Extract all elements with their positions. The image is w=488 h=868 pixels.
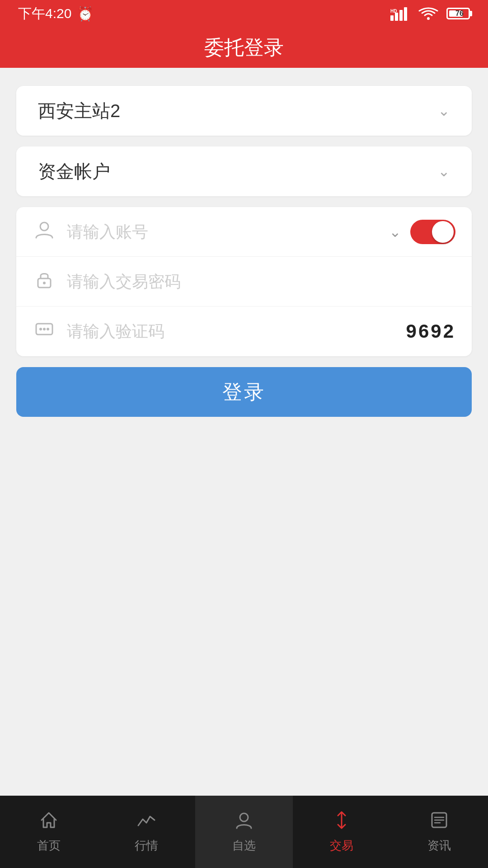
market-icon [136,810,156,833]
battery-icon: 76 [446,8,470,19]
server-select-value: 西安主站2 [38,99,120,123]
svg-point-12 [47,328,49,330]
svg-point-11 [43,328,46,330]
password-row [16,257,472,307]
nav-home[interactable]: 首页 [0,796,98,868]
watchlist-icon [234,810,254,833]
alarm-icon: ⏰ [77,6,94,22]
nav-watchlist[interactable]: 自选 [195,796,293,868]
nav-home-label: 首页 [37,838,61,854]
home-icon [39,810,59,833]
captcha-input[interactable] [67,322,395,341]
account-row: ⌄ [16,207,472,257]
status-bar: 下午4:20 ⏰ HD 76 [0,0,488,27]
svg-point-8 [43,282,46,284]
server-select-chevron: ⌄ [438,102,450,119]
nav-market-label: 行情 [135,838,158,854]
signal-icon: HD [390,6,410,21]
nav-news-label: 资讯 [427,838,451,854]
nav-news[interactable]: 资讯 [390,796,488,868]
svg-point-5 [427,17,430,20]
bottom-navigation: 首页 行情 自选 交易 [0,796,488,868]
captcha-code[interactable]: 9692 [406,321,455,342]
account-type-select[interactable]: 资金帐户 ⌄ [16,146,472,196]
account-type-value: 资金帐户 [38,159,110,184]
lock-icon [33,269,56,294]
user-icon [33,220,56,244]
nav-watchlist-label: 自选 [232,838,256,854]
svg-rect-4 [404,7,407,21]
wifi-icon [418,6,438,21]
svg-rect-3 [399,10,403,21]
server-select[interactable]: 西安主站2 ⌄ [16,86,472,136]
account-dropdown-icon[interactable]: ⌄ [389,223,401,241]
toggle-knob [432,221,454,243]
remember-toggle[interactable] [410,220,455,244]
page-title: 委托登录 [204,34,284,61]
nav-trade-label: 交易 [330,838,353,854]
account-input[interactable] [67,222,378,241]
captcha-icon [33,319,56,344]
account-type-chevron: ⌄ [438,163,450,180]
status-left: 下午4:20 ⏰ [18,5,94,23]
svg-point-10 [39,328,42,330]
nav-trade[interactable]: 交易 [293,796,390,868]
login-button[interactable]: 登录 [16,367,472,417]
page-header: 委托登录 [0,27,488,68]
trade-icon [332,810,352,833]
login-form-card: ⌄ [16,207,472,356]
password-input[interactable] [67,272,455,291]
svg-rect-2 [395,13,398,21]
account-row-right: ⌄ [389,220,455,244]
news-icon [429,810,449,833]
time-display: 下午4:20 [18,5,71,23]
captcha-row: 9692 [16,307,472,356]
svg-point-6 [40,222,48,231]
svg-point-13 [240,813,248,821]
svg-rect-1 [390,15,394,21]
main-content: 西安主站2 ⌄ 资金帐户 ⌄ ⌄ [0,68,488,796]
nav-market[interactable]: 行情 [98,796,195,868]
status-right: HD 76 [390,6,470,21]
